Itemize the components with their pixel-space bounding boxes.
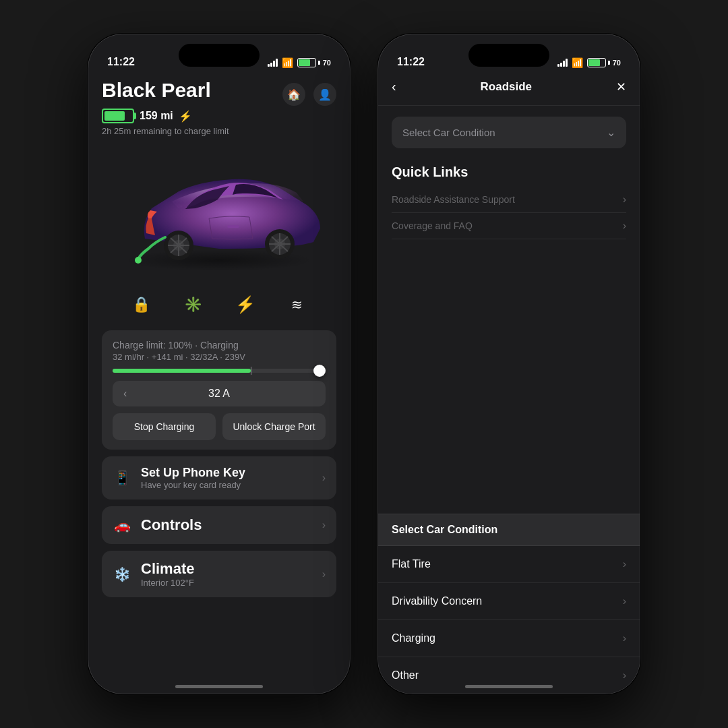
charge-slider-mark [251,367,251,375]
condition-other-chevron: › [623,669,626,681]
left-phone: 11:22 📶 70 Black Pe [88,34,351,694]
climate-left: ❄️ Climate Interior 102°F [113,560,194,588]
defrost-control[interactable]: ≋ [282,290,312,320]
left-time: 11:22 [107,56,135,68]
bottom-sheet-title: Select Car Condition [378,514,640,546]
lock-control[interactable]: 🔒 [127,290,156,320]
climate-text: Climate Interior 102°F [141,560,194,588]
climate-title: Climate [141,560,194,578]
condition-flat-tire-chevron: › [623,558,626,570]
lock-icon: 🔒 [132,296,150,313]
quick-link-roadside[interactable]: Roadside Assistance Support › [392,187,626,213]
battery-bar [102,109,134,123]
phone-key-title: Set Up Phone Key [141,466,245,480]
garage-button[interactable]: 🏠 [282,83,305,106]
controls-section[interactable]: 🚗 Controls › [102,506,336,544]
fan-icon: ✳️ [184,296,202,313]
stop-charging-button[interactable]: Stop Charging [113,413,216,440]
phone-key-left: 📱 Set Up Phone Key Have your key card re… [113,466,245,490]
left-phone-content: Black Pearl 🏠 👤 159 mi ⚡ 2h 25m remainin… [88,73,350,694]
quick-link-roadside-text: Roadside Assistance Support [392,194,515,205]
charge-slider-fill [113,369,251,373]
charge-card: Charge limit: 100% · Charging 32 mi/hr ·… [102,330,336,450]
car-name-block: Black Pearl [102,79,211,102]
charge-slider[interactable] [113,369,326,373]
condition-charging-chevron: › [623,632,626,644]
car-header: Black Pearl 🏠 👤 [102,79,336,106]
wifi-icon: 📶 [282,57,293,68]
charge-limit-label: Charge limit: 100% [113,340,192,351]
amp-value: 32 A [208,388,230,400]
condition-flat-tire[interactable]: Flat Tire › [378,546,640,583]
phone-key-text: Set Up Phone Key Have your key card read… [141,466,245,490]
car-name: Black Pearl [102,79,211,102]
quick-link-roadside-chevron: › [623,193,626,206]
roadside-title: Roadside [481,80,533,94]
right-wifi-icon: 📶 [572,57,583,68]
charge-details: 32 mi/hr · +141 mi · 32/32A · 239V [113,352,326,362]
left-home-indicator [175,685,263,688]
right-status-icons: 📶 70 [557,57,621,68]
dynamic-island [179,44,260,67]
climate-chevron: › [322,568,326,580]
select-condition-placeholder: Select Car Condition [402,127,495,138]
climate-icon: ❄️ [113,565,131,584]
bottom-sheet: Select Car Condition Flat Tire › Drivabi… [378,514,640,694]
climate-section[interactable]: ❄️ Climate Interior 102°F › [102,551,336,597]
right-dynamic-island [468,44,549,67]
unlock-charge-port-button[interactable]: Unlock Charge Port [222,413,326,440]
battery-pct: 70 [323,59,331,67]
controls-chevron: › [322,519,326,531]
climate-subtitle: Interior 102°F [141,578,194,588]
charge-buttons: Stop Charging Unlock Charge Port [113,413,326,440]
defrost-icon: ≋ [291,297,303,313]
controls-title: Controls [141,516,202,534]
bolt-ctrl-icon: ⚡ [235,295,255,314]
battery-status-row: 159 mi ⚡ [102,109,336,123]
charge-control[interactable]: ⚡ [231,290,260,320]
svg-point-17 [135,257,142,264]
car-image [102,144,336,279]
charge-slider-thumb[interactable] [313,365,326,377]
condition-drivability-text: Drivability Concern [392,595,482,607]
charging-status: Charging [200,340,239,351]
back-button[interactable]: ‹ [392,79,396,94]
select-condition-dropdown[interactable]: Select Car Condition ⌄ [392,117,626,148]
roadside-body: Select Car Condition ⌄ Quick Links Roads… [378,106,640,250]
quick-links-section: Quick Links Roadside Assistance Support … [392,164,626,239]
controls-icon: 🚗 [113,516,131,535]
condition-drivability-chevron: › [623,595,626,607]
amp-selector[interactable]: ‹ 32 A ‹ [113,381,326,406]
close-button[interactable]: ✕ [616,80,626,94]
charge-limit-line: Charge limit: 100% · Charging [113,340,326,351]
quick-link-coverage[interactable]: Coverage and FAQ › [392,213,626,239]
battery-miles: 159 mi [140,110,173,122]
controls-left: 🚗 Controls [113,516,202,535]
condition-charging[interactable]: Charging › [378,620,640,657]
condition-drivability[interactable]: Drivability Concern › [378,583,640,620]
right-phone-content: ‹ Roadside ✕ Select Car Condition ⌄ Quic… [378,73,640,694]
condition-other-text: Other [392,669,419,681]
signal-icon [268,59,278,67]
phone-key-chevron: › [322,472,326,484]
header-icons: 🏠 👤 [282,83,336,106]
control-icons-row: 🔒 ✳️ ⚡ ≋ [102,290,336,320]
right-signal-icon [557,59,568,67]
battery-icon: 70 [297,58,331,67]
fan-control[interactable]: ✳️ [179,290,208,320]
dropdown-chevron: ⌄ [607,126,615,139]
garage-icon: 🏠 [287,88,301,101]
car-svg [104,151,334,272]
quick-link-coverage-text: Coverage and FAQ [392,220,473,231]
quick-links-label: Quick Links [392,164,626,180]
phone-key-subtitle: Have your key card ready [141,480,245,490]
svg-rect-18 [227,225,239,228]
amp-chevron-left[interactable]: ‹ [123,388,127,400]
profile-icon: 👤 [318,88,332,101]
roadside-header: ‹ Roadside ✕ [378,79,640,106]
right-home-indicator [465,685,553,688]
phone-key-section[interactable]: 📱 Set Up Phone Key Have your key card re… [102,456,336,499]
profile-button[interactable]: 👤 [313,83,336,106]
right-battery-pct: 70 [613,59,621,67]
right-time: 11:22 [397,56,425,68]
